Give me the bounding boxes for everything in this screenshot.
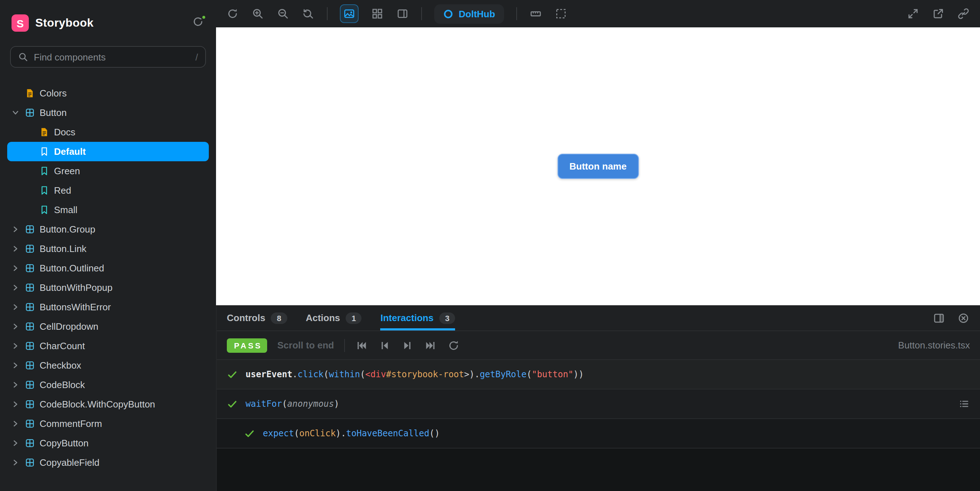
component-icon [25, 419, 35, 428]
step-log-icon[interactable] [958, 398, 970, 410]
panel-position-button[interactable] [932, 311, 945, 324]
go-forward-button[interactable] [401, 339, 414, 352]
chevron-right-icon[interactable] [10, 440, 20, 447]
zoom-reset-button[interactable] [302, 7, 315, 20]
close-panel-button[interactable] [957, 311, 970, 324]
sidebar-tree: ColorsButtonDocsDefaultGreenRedSmallButt… [0, 84, 216, 472]
story-icon [40, 147, 49, 156]
rerun-button[interactable] [447, 339, 460, 352]
interaction-step[interactable]: expect(onClick).toHaveBeenCalled() [217, 419, 980, 448]
remount-button[interactable] [226, 7, 239, 20]
sidebar-item-copybutton[interactable]: CopyButton [7, 434, 209, 453]
pass-check-icon [244, 428, 255, 439]
sidebar-item-buttonwithpopup[interactable]: ButtonWithPopup [7, 278, 209, 297]
chevron-right-icon[interactable] [10, 265, 20, 272]
chevron-right-icon[interactable] [10, 343, 20, 349]
sidebar-item-label: Button [40, 107, 67, 118]
chevron-right-icon[interactable] [10, 420, 20, 427]
sidebar-item-button-group[interactable]: Button.Group [7, 219, 209, 239]
chevron-right-icon[interactable] [10, 459, 20, 466]
sidebar-item-label: Small [54, 205, 77, 215]
chevron-right-icon[interactable] [10, 362, 20, 369]
addons-panel: Controls8Actions1Interactions3 PASS Scro… [216, 305, 980, 491]
interaction-list: userEvent.click(within(<div#storybook-ro… [217, 360, 980, 491]
search-input[interactable] [34, 51, 190, 62]
sidebar-item-buttonswitherror[interactable]: ButtonsWithError [7, 297, 209, 317]
zoom-in-button[interactable] [251, 7, 264, 20]
brand-title: Storybook [35, 17, 94, 30]
sidebar-item-celldropdown[interactable]: CellDropdown [7, 317, 209, 336]
chevron-down-icon[interactable] [10, 110, 20, 116]
chevron-right-icon[interactable] [10, 246, 20, 252]
dolthub-addon-button[interactable]: DoltHub [434, 4, 504, 24]
tab-interactions[interactable]: Interactions3 [380, 305, 455, 331]
sidebar-item-label: CodeBlock [40, 380, 85, 390]
tab-label: Actions [305, 313, 340, 323]
sidebar-item-checkbox[interactable]: Checkbox [7, 356, 209, 375]
sidebar-item-button[interactable]: Button [7, 103, 209, 122]
sidebar-item-colors[interactable]: Colors [7, 84, 209, 103]
sidebar-item-codeblock-withcopybutton[interactable]: CodeBlock.WithCopyButton [7, 394, 209, 414]
chevron-right-icon[interactable] [10, 381, 20, 388]
outline-button[interactable] [554, 7, 567, 20]
component-icon [25, 283, 35, 292]
measure-button[interactable] [529, 7, 542, 20]
sidebar-item-label: CopyButton [40, 438, 89, 448]
toolbar-separator [344, 339, 345, 352]
sidebar-item-button-outlined[interactable]: Button.Outlined [7, 259, 209, 278]
chevron-right-icon[interactable] [10, 323, 20, 330]
sidebar-item-green[interactable]: Green [7, 161, 209, 181]
sidebar-header: S Storybook [0, 0, 216, 32]
go-to-end-button[interactable] [424, 339, 437, 352]
backgrounds-button[interactable] [340, 4, 359, 23]
sidebar-item-red[interactable]: Red [7, 181, 209, 200]
pass-check-icon [227, 399, 238, 409]
sidebar-item-label: CodeBlock.WithCopyButton [40, 399, 155, 410]
tab-actions[interactable]: Actions1 [305, 305, 362, 331]
interactions-toolbar: PASS Scroll to end Button.stories.tsx [217, 331, 980, 360]
interaction-step[interactable]: userEvent.click(within(<div#storybook-ro… [217, 360, 980, 389]
interaction-step[interactable]: waitFor(anonymous) [217, 389, 980, 419]
sidebar-item-small[interactable]: Small [7, 200, 209, 219]
go-to-start-button[interactable] [355, 339, 368, 352]
pass-check-icon [227, 369, 238, 380]
component-icon [25, 322, 35, 331]
dolthub-logo-icon [443, 8, 453, 19]
open-external-button[interactable] [932, 7, 945, 20]
sidebar-item-docs[interactable]: Docs [7, 122, 209, 142]
sidebar-item-default[interactable]: Default [7, 142, 209, 161]
sidebar-item-commentform[interactable]: CommentForm [7, 414, 209, 434]
preview-canvas: Button name [216, 27, 980, 305]
sidebar-item-copyablefield[interactable]: CopyableField [7, 453, 209, 472]
chevron-right-icon[interactable] [10, 226, 20, 232]
fullscreen-button[interactable] [907, 7, 920, 20]
tab-controls[interactable]: Controls8 [227, 305, 287, 331]
sidebar-item-label: CharCount [40, 340, 85, 351]
copy-link-button[interactable] [957, 7, 970, 20]
sidebar-item-label: Button.Group [40, 224, 95, 235]
component-icon [25, 458, 35, 467]
layout-button[interactable] [396, 7, 409, 20]
component-icon [25, 400, 35, 409]
storybook-logo: S [11, 14, 29, 32]
sidebar-item-codeblock[interactable]: CodeBlock [7, 375, 209, 394]
sidebar-item-charcount[interactable]: CharCount [7, 336, 209, 356]
tab-badge: 1 [346, 312, 362, 324]
toolbar-separator [516, 7, 517, 20]
sidebar-item-button-link[interactable]: Button.Link [7, 239, 209, 259]
search-icon [18, 52, 28, 62]
zoom-out-button[interactable] [277, 7, 290, 20]
preview-button[interactable]: Button name [557, 154, 639, 179]
chevron-right-icon[interactable] [10, 401, 20, 407]
toolbar-separator [327, 7, 328, 20]
update-notification-button[interactable] [191, 17, 205, 30]
grid-toggle-button[interactable] [371, 7, 384, 20]
component-icon [25, 361, 35, 370]
sidebar-item-label: CellDropdown [40, 321, 98, 332]
chevron-right-icon[interactable] [10, 304, 20, 310]
component-icon [25, 341, 35, 351]
scroll-to-end-button[interactable]: Scroll to end [277, 340, 334, 351]
sidebar-item-label: CommentForm [40, 418, 102, 429]
chevron-right-icon[interactable] [10, 284, 20, 291]
go-back-button[interactable] [378, 339, 391, 352]
